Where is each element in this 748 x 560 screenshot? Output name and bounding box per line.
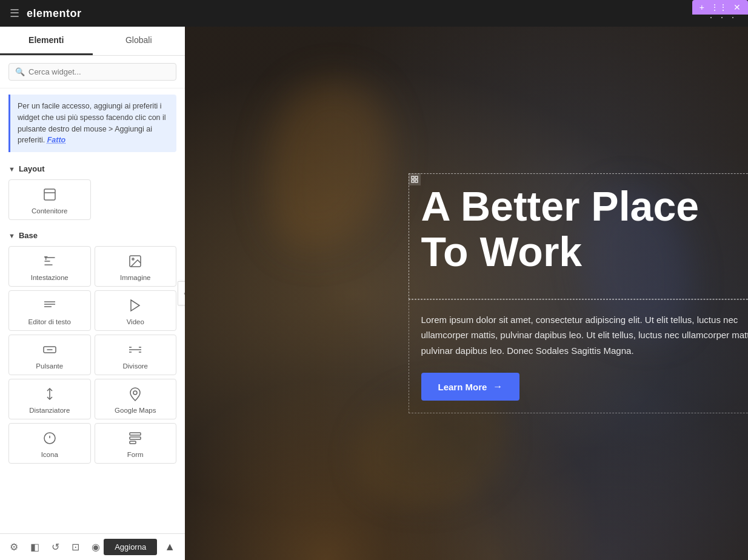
collapse-icon: ‹: [184, 289, 185, 298]
button-arrow-icon: →: [493, 381, 503, 392]
section-header-layout[interactable]: ▼ Layout: [0, 158, 185, 177]
widget-form-label: Form: [127, 451, 144, 458]
section-layout-label: Layout: [19, 164, 45, 173]
block-handle-tl: [409, 173, 421, 185]
google-maps-icon: [128, 387, 142, 403]
canvas-area: ✎ A Better Place To Work Lorem ipsum dol…: [185, 27, 748, 560]
widget-icona[interactable]: Icona: [8, 423, 91, 464]
top-bar: ☰ elementor ⋮⋮⋮ + ⋮⋮ ✕: [0, 0, 748, 27]
widget-divisore[interactable]: Divisore: [95, 335, 177, 375]
chevron-base-icon: ▼: [8, 232, 15, 239]
floating-grid-icon[interactable]: ⋮⋮: [708, 2, 730, 12]
svg-rect-18: [415, 176, 418, 179]
hamburger-icon[interactable]: ☰: [10, 7, 19, 20]
svg-point-4: [132, 258, 134, 260]
video-icon: [128, 298, 142, 315]
floating-plus-icon[interactable]: +: [697, 2, 707, 12]
contenitore-icon: [42, 187, 57, 204]
main-content: Elementi Globali 🔍 Per un facile accesso…: [0, 27, 748, 560]
tab-elementi[interactable]: Elementi: [0, 27, 93, 55]
sidebar: Elementi Globali 🔍 Per un facile accesso…: [0, 27, 185, 560]
pulsante-icon: [42, 342, 57, 359]
svg-text:T: T: [44, 255, 48, 261]
search-input-wrapper: 🔍: [8, 63, 176, 81]
widget-divisore-label: Divisore: [122, 362, 148, 370]
search-icon: 🔍: [15, 67, 25, 76]
svg-rect-14: [130, 433, 141, 435]
arrow-up-button[interactable]: ▲: [164, 541, 175, 553]
eye-icon[interactable]: ◉: [92, 541, 100, 553]
svg-rect-17: [412, 176, 414, 179]
widget-gmaps-label: Google Maps: [115, 407, 156, 414]
fatto-link[interactable]: Fatto: [47, 136, 66, 144]
icona-icon: [42, 431, 57, 447]
top-bar-left: ☰ elementor: [10, 7, 82, 20]
heading-line1: A Better Place: [421, 183, 700, 229]
svg-rect-0: [44, 189, 55, 200]
main-heading: A Better Place To Work: [421, 184, 749, 275]
distanziatore-icon: [42, 387, 57, 403]
app-title: elementor: [27, 7, 82, 20]
immagine-icon: [128, 254, 142, 270]
widget-distanziatore[interactable]: Distanziatore: [8, 379, 91, 419]
svg-rect-15: [130, 437, 141, 439]
toolbar-right: Aggiorna ▲: [104, 539, 175, 555]
widget-editor-testo[interactable]: Editor di testo: [8, 290, 91, 331]
app-wrapper: ☰ elementor ⋮⋮⋮ + ⋮⋮ ✕ Elementi Globali …: [0, 0, 748, 560]
widget-video[interactable]: Video: [95, 290, 177, 331]
learn-more-button[interactable]: Learn More →: [421, 373, 520, 401]
sidebar-scroll[interactable]: Per un facile accesso, aggiungi ai prefe…: [0, 88, 185, 560]
sidebar-tabs: Elementi Globali: [0, 27, 185, 56]
layout-widget-grid: Contenitore: [0, 177, 185, 225]
canvas-content-block: ✎ A Better Place To Work Lorem ipsum dol…: [409, 173, 749, 413]
update-button[interactable]: Aggiorna: [104, 539, 157, 555]
svg-rect-16: [130, 441, 136, 444]
floating-widget: + ⋮⋮ ✕: [692, 0, 748, 15]
search-input[interactable]: [28, 67, 170, 76]
widget-distanziatore-label: Distanziatore: [29, 407, 70, 414]
layers-icon[interactable]: ◧: [30, 541, 39, 553]
base-widget-grid: T Intestazione Immagine: [0, 244, 185, 468]
history-icon[interactable]: ↺: [52, 541, 59, 553]
svg-point-12: [133, 391, 137, 395]
intestazione-icon: T: [42, 254, 57, 270]
widget-intestazione[interactable]: T Intestazione: [8, 246, 91, 287]
body-text: Lorem ipsum dolor sit amet, consectetur …: [421, 312, 749, 359]
widget-icona-label: Icona: [41, 451, 58, 458]
svg-marker-8: [131, 300, 139, 311]
hint-box: Per un facile accesso, aggiungi ai prefe…: [8, 95, 176, 152]
svg-rect-19: [412, 180, 414, 182]
editor-testo-icon: [42, 298, 57, 315]
heading-line2: To Work: [421, 228, 583, 275]
toolbar-left: ⚙ ◧ ↺ ⊡ ◉: [10, 541, 100, 553]
settings-icon[interactable]: ⚙: [10, 541, 18, 553]
floating-close-icon[interactable]: ✕: [731, 2, 743, 12]
sidebar-search: 🔍: [0, 56, 185, 88]
widget-immagine[interactable]: Immagine: [95, 246, 177, 287]
widget-pulsante[interactable]: Pulsante: [8, 335, 91, 375]
widget-contenitore-label: Contenitore: [32, 207, 67, 215]
widget-google-maps[interactable]: Google Maps: [95, 379, 177, 419]
button-label: Learn More: [438, 382, 487, 392]
widget-editor-label: Editor di testo: [28, 318, 71, 325]
widget-video-label: Video: [127, 318, 144, 325]
widget-immagine-label: Immagine: [120, 274, 151, 281]
svg-rect-20: [415, 180, 418, 182]
chevron-layout-icon: ▼: [8, 165, 15, 173]
widget-intestazione-label: Intestazione: [31, 274, 68, 281]
divisore-icon: [128, 342, 142, 359]
responsive-icon[interactable]: ⊡: [72, 541, 79, 553]
bottom-toolbar: ⚙ ◧ ↺ ⊡ ◉ Aggiorna ▲: [0, 533, 185, 560]
widget-pulsante-label: Pulsante: [36, 362, 63, 370]
content-outer-block: Lorem ipsum dolor sit amet, consectetur …: [409, 299, 749, 414]
hint-text: Per un facile accesso, aggiungi ai prefe…: [18, 102, 166, 144]
collapse-handle[interactable]: ‹: [178, 281, 185, 305]
heading-selected-block: ✎ A Better Place To Work: [409, 173, 749, 299]
widget-form[interactable]: Form: [95, 423, 177, 464]
widget-contenitore[interactable]: Contenitore: [8, 179, 91, 220]
section-base-label: Base: [19, 231, 38, 240]
form-icon: [128, 431, 142, 447]
tab-globali[interactable]: Globali: [93, 27, 185, 55]
section-header-base[interactable]: ▼ Base: [0, 225, 185, 244]
